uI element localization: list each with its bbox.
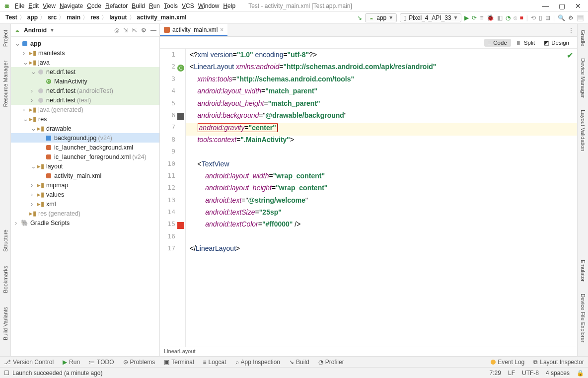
indent-setting[interactable]: 4 spaces [546, 370, 570, 377]
tw-version-control[interactable]: ⎇ Version Control [4, 359, 54, 366]
menu-navigate[interactable]: Navigate [58, 1, 85, 10]
tool-build-variants[interactable]: Build Variants [2, 305, 8, 342]
mode-split[interactable]: ⫼ Split [512, 39, 539, 47]
mode-code[interactable]: ≡ Code [484, 39, 511, 47]
menu-vcs[interactable]: VCS [180, 1, 196, 10]
tree-row[interactable]: ⌄▸▮res [11, 114, 159, 124]
tree-row[interactable]: ›▸▮xml [11, 199, 159, 209]
menu-tools[interactable]: Tools [162, 1, 180, 10]
line-separator[interactable]: LF [508, 370, 515, 377]
tree-row[interactable]: CMainActivity [11, 76, 159, 86]
menu-refactor[interactable]: Refactor [103, 1, 130, 10]
sdk-icon[interactable]: ⊟ [545, 14, 550, 21]
tw-run[interactable]: ▶ Run [63, 359, 80, 366]
menu-help[interactable]: Help [221, 1, 237, 10]
tw-build[interactable]: ↘ Build [289, 359, 309, 366]
menu-code[interactable]: Code [85, 1, 103, 10]
expand-icon[interactable]: ⇲ [123, 27, 128, 34]
crumb-1[interactable]: app [26, 14, 39, 21]
tw-terminal[interactable]: ▣ Terminal [164, 359, 194, 366]
tree-row[interactable]: ›▸▮manifests [11, 48, 159, 58]
tw-logcat[interactable]: ≡ Logcat [203, 359, 226, 366]
tree-row[interactable]: activity_main.xml [11, 171, 159, 180]
menu-run[interactable]: Run [147, 1, 162, 10]
crumb-4[interactable]: res [89, 14, 101, 21]
tab-close-icon[interactable]: × [220, 26, 223, 33]
tw-layout-inspector[interactable]: ⧉ Layout Inspector [533, 359, 584, 366]
gear-icon[interactable]: ⚙ [141, 27, 147, 34]
tool-emulator[interactable]: Emulator [580, 258, 586, 284]
profile-icon[interactable]: ◔ [506, 14, 511, 21]
tree-row[interactable]: ›net.drf.test(androidTest) [11, 86, 159, 95]
tool-device-file-explorer[interactable]: Device File Explorer [580, 292, 586, 344]
tool-bookmarks[interactable]: Bookmarks [2, 264, 8, 295]
project-tree[interactable]: ⌄app›▸▮manifests⌄▸▮java⌄net.drf.testCMai… [11, 37, 159, 356]
project-view-selector[interactable]: Android [24, 27, 47, 34]
tree-row[interactable]: ›▸▮mipmap [11, 180, 159, 190]
tree-row[interactable]: ⌄▸▮layout [11, 161, 159, 171]
list-icon[interactable]: ≡ [480, 14, 483, 21]
coverage-icon[interactable]: ◧ [497, 14, 503, 21]
attach-debugger-icon[interactable]: ⎋ [514, 14, 517, 21]
crumb-3[interactable]: main [65, 14, 82, 21]
tree-row[interactable]: background.jpg(v24) [11, 133, 159, 143]
target-icon[interactable]: ◎ [114, 27, 119, 34]
avd-icon[interactable]: ▯ [539, 14, 542, 21]
build-hammer-icon[interactable]: ↘ [357, 14, 362, 21]
tool-layout-validation[interactable]: Layout Validation [580, 108, 586, 153]
more-icon[interactable]: ⋮ [568, 27, 574, 34]
tw-app-inspection[interactable]: ⌕ App Inspection [235, 359, 280, 366]
tw-problems[interactable]: ⊝ Problems [123, 359, 155, 366]
menu-edit[interactable]: Edit [26, 1, 41, 10]
search-icon[interactable]: 🔍 [558, 14, 565, 21]
readonly-icon[interactable]: 🔒 [577, 370, 584, 377]
tree-row[interactable]: ▸▮res(generated) [11, 209, 159, 218]
menu-view[interactable]: View [41, 1, 58, 10]
tab-activity-main[interactable]: activity_main.xml × [160, 24, 227, 36]
menu-file[interactable]: File [13, 1, 26, 10]
tw-todo[interactable]: ≔ TODO [89, 359, 114, 366]
tool-resource-manager[interactable]: Resource Manager [2, 59, 8, 109]
tree-row[interactable]: ic_launcher_foreground.xml(v24) [11, 152, 159, 161]
tree-row[interactable]: ⌄▸▮java [11, 58, 159, 67]
hide-icon[interactable]: — [150, 27, 156, 34]
tree-row[interactable]: ›net.drf.test(test) [11, 95, 159, 105]
maximize-icon[interactable]: ▢ [559, 2, 565, 10]
settings-icon[interactable]: ⚙ [568, 14, 574, 21]
crumb-0[interactable]: Test [4, 14, 19, 21]
crumb-5[interactable]: layout [108, 14, 128, 21]
sync-icon[interactable]: ⟲ [531, 14, 536, 21]
apply-changes-icon[interactable]: ⟳ [472, 14, 477, 21]
tree-row[interactable]: ⌄app [11, 39, 159, 48]
menu-window[interactable]: Window [196, 1, 221, 10]
crumb-6[interactable]: activity_main.xml [136, 14, 188, 21]
run-config-selector[interactable]: app▼ [365, 13, 397, 22]
tree-row[interactable]: ›▸▮values [11, 190, 159, 199]
close-icon[interactable]: ✕ [575, 2, 581, 10]
menu-build[interactable]: Build [130, 1, 147, 10]
mode-design[interactable]: ◩ Design [540, 38, 573, 47]
gutter[interactable]: 12C34567891011121314151617 [160, 49, 186, 347]
tree-row[interactable]: ⌄net.drf.test [11, 67, 159, 76]
tree-row[interactable]: ›▸▮java(generated) [11, 105, 159, 114]
file-encoding[interactable]: UTF-8 [522, 370, 539, 377]
tool-device-manager[interactable]: Device Manager [580, 56, 586, 100]
tool-structure[interactable]: Structure [2, 227, 8, 254]
collapse-icon[interactable]: ⇱ [132, 27, 137, 34]
caret-position[interactable]: 7:29 [490, 370, 501, 377]
debug-icon[interactable]: 🐞 [487, 14, 494, 21]
tool-gradle[interactable]: Gradle [580, 28, 586, 48]
run-icon[interactable]: ▶ [464, 14, 469, 21]
user-icon[interactable]: ▤ [577, 13, 584, 22]
device-selector[interactable]: ▯Pixel_4_API_33▼ [400, 13, 461, 22]
code-editor[interactable]: ✔ <?xml version="1.0" encoding="utf-8"?>… [186, 49, 577, 347]
tree-row[interactable]: ic_launcher_background.xml [11, 143, 159, 152]
minimize-icon[interactable]: — [542, 2, 549, 10]
crumb-2[interactable]: src [46, 14, 58, 21]
tree-row[interactable]: ⌄▸▮drawable [11, 124, 159, 133]
tw-profiler[interactable]: ◔ Profiler [318, 359, 344, 366]
tw-event-log[interactable]: Event Log [491, 359, 524, 366]
stop-icon[interactable]: ■ [520, 14, 523, 21]
tool-project[interactable]: Project [2, 28, 8, 49]
editor-breadcrumb[interactable]: LinearLayout [160, 347, 577, 356]
